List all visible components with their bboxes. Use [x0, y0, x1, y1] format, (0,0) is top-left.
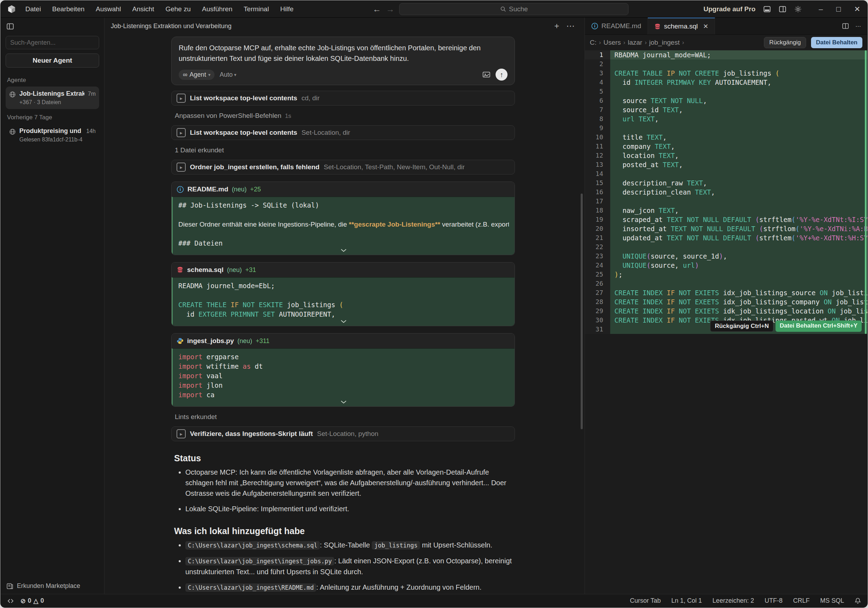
sidebar-section-previous: Vorherige 7 Tage — [7, 114, 98, 121]
agent-item-subtitle: Gelesen 83fa1dcf-211b-4321... — [19, 136, 83, 143]
menu-item-gehe-zu[interactable]: Gehe zu — [161, 4, 195, 14]
diff-card-header[interactable]: ingest_jobs.py (neu) +311 — [172, 333, 515, 348]
diff-card-header[interactable]: schema.sql (neu) +31 — [172, 262, 515, 277]
editor-code-line: 18 naw_jcon TEXT, — [585, 206, 867, 215]
search-placeholder: Suche — [509, 5, 528, 13]
tool-call-row[interactable]: ▸ List workspace top-level contents Set-… — [171, 125, 515, 140]
encoding-status[interactable]: UTF-8 — [764, 597, 783, 605]
menu-item-terminal[interactable]: Terminal — [240, 4, 273, 14]
notifications-bell-icon[interactable] — [855, 597, 861, 604]
tool-call-row[interactable]: ▸ Verifiziere, dass Ingestions-Skript lä… — [171, 427, 515, 441]
menu-item-ausführen[interactable]: Ausführen — [198, 4, 237, 14]
new-agent-button[interactable]: Neuer Agent — [6, 53, 99, 68]
keep-file-button[interactable]: Datei Behalten — [811, 37, 862, 48]
problems-indicator[interactable]: ⊘0 △0 — [20, 597, 44, 605]
terminal-icon: ▸ — [177, 128, 186, 137]
menu-item-datei[interactable]: Datei — [21, 4, 45, 14]
undo-file-button[interactable]: Rückgängig — [764, 37, 806, 48]
send-button[interactable]: ↑ — [496, 68, 507, 81]
diff-card-header[interactable]: README.md (neu) +25 — [172, 182, 515, 197]
chat-more-icon[interactable]: ⋯ — [563, 21, 578, 31]
line-col-status[interactable]: Ln 1, Col 1 — [671, 597, 702, 605]
tool-call-row[interactable]: ▸ List workspace top-level contents cd, … — [171, 91, 515, 105]
expand-chevron-icon[interactable] — [178, 319, 509, 324]
bullet-item: C:\Users\lazar\job_ingest\ingest_jobs.py… — [185, 555, 515, 577]
diff-card-schema: schema.sql (neu) +31 READMA journel_mode… — [171, 262, 515, 326]
editor-code-line: 1RBADMA journal_mode=WAL; — [585, 50, 867, 59]
editor-code-line: 12 location TEXT, — [585, 151, 867, 160]
editor-code-line: 7 source_id TEXT, — [585, 105, 867, 114]
menu-item-ansicht[interactable]: Ansicht — [128, 4, 158, 14]
editor-more-icon[interactable]: ⋯ — [856, 23, 861, 29]
split-editor-icon[interactable] — [842, 23, 849, 29]
menu-item-bearbeiten[interactable]: Bearbeiten — [48, 4, 88, 14]
editor-code-line: 8 url TEXT, — [585, 114, 867, 124]
expand-chevron-icon[interactable] — [178, 248, 509, 253]
tool-call-row[interactable]: ▸ Ordner job_ingest erstellen, falls feh… — [171, 160, 515, 175]
nav-back-icon[interactable]: ← — [372, 5, 381, 13]
remote-indicator-icon[interactable] — [7, 598, 14, 604]
agents-sidebar: Such-Agenten... Neuer Agent Agente Job-L… — [1, 18, 104, 594]
tab-readme[interactable]: README.md — [585, 18, 648, 34]
error-icon: ⊘ — [20, 597, 26, 605]
chat-scrollbar[interactable] — [581, 194, 583, 429]
agent-list-item[interactable]: Produktpreising und -sto... Gelesen 83fa… — [6, 124, 99, 146]
new-chat-icon[interactable]: + — [551, 21, 563, 31]
editor-code-line: 29CREATE INDEX IF NOT EXIETS idk_job_lis… — [585, 307, 867, 316]
split-layout-icon[interactable] — [779, 5, 786, 13]
expand-chevron-icon[interactable] — [178, 400, 509, 405]
agent-item-time: 7m — [88, 91, 96, 97]
editor-code-area[interactable]: 1RBADMA journal_mode=WAL;2 3CREATE TABLE… — [585, 50, 867, 594]
agent-item-subtitle: +367 · 3 Dateien — [19, 99, 84, 105]
window-close-button[interactable]: ✕ — [854, 5, 860, 13]
editor-code-line: 2 — [585, 59, 867, 68]
diff-line: READMA journel_mode=EbL; — [178, 281, 509, 291]
editor-code-line: 9 — [585, 124, 867, 133]
breadcrumb-segment[interactable]: C: — [590, 39, 597, 47]
window-minimize-button[interactable]: – — [819, 5, 823, 13]
tab-schema-active[interactable]: schema.sql ✕ — [648, 18, 715, 34]
eol-status[interactable]: CRLF — [793, 597, 810, 605]
editor-code-line: 22 — [585, 242, 867, 251]
keep-shortcut-pill[interactable]: Datei Behalten Ctrl+Shift+Y — [775, 321, 862, 332]
editor-code-line: 13 posted_at TEXT, — [585, 160, 867, 169]
breadcrumb-segment[interactable]: lazar — [628, 39, 642, 47]
chevron-down-icon: ▾ — [234, 72, 236, 78]
editor-code-line: 24 UNIQUE(source, url) — [585, 261, 867, 270]
indent-status[interactable]: Leerzeichen: 2 — [713, 597, 754, 605]
user-message-card[interactable]: Rufe den Octoparse MCP auf, erhalte echt… — [171, 37, 515, 85]
agent-list-item-active[interactable]: Job-Listenings Extraktion a... +367 · 3 … — [6, 87, 99, 109]
nav-forward-icon[interactable]: → — [386, 5, 394, 13]
menu-item-hilfe[interactable]: Hilfe — [276, 4, 298, 14]
menu-item-auswahl[interactable]: Auswahl — [91, 4, 125, 14]
global-search-input[interactable]: Suche — [399, 3, 628, 15]
editor-code-line: 11 company TEXT, — [585, 142, 867, 151]
sidebar-toggle-icon[interactable] — [6, 23, 99, 30]
editor-scrollbar[interactable] — [865, 50, 866, 334]
agent-item-title: Job-Listenings Extraktion a... — [19, 90, 84, 98]
toggle-panel-icon[interactable] — [763, 5, 771, 13]
diff-line: import ca — [178, 390, 509, 400]
undo-shortcut-pill[interactable]: Rückgängig Ctrl+N — [710, 321, 773, 332]
breadcrumb-segment[interactable]: Users — [603, 39, 621, 47]
explore-marketplace-link[interactable]: Erkunden Marketplace — [6, 582, 80, 590]
breadcrumb-segment[interactable]: job_ingest — [649, 39, 680, 47]
diff-card-python: ingest_jobs.py (neu) +311 import ergpars… — [171, 333, 515, 407]
tab-close-icon[interactable]: ✕ — [703, 23, 708, 30]
agent-chat-panel: Job-Listenings Extraktion und Verarbeitu… — [104, 18, 585, 594]
diff-added-block: READMA journel_mode=EbL; CREATE THELE IF… — [172, 277, 515, 326]
diff-line — [178, 291, 509, 300]
language-status[interactable]: MS SQL — [820, 597, 844, 605]
cursor-logo-icon — [7, 5, 16, 14]
cursor-tab-status[interactable]: Cursor Tab — [630, 597, 661, 605]
attach-image-icon[interactable] — [482, 70, 491, 79]
python-icon — [177, 337, 184, 344]
settings-gear-icon[interactable] — [794, 5, 802, 13]
agent-mode-selector[interactable]: ∞Agent▾ — [179, 70, 214, 80]
agent-search-input[interactable]: Such-Agenten... — [6, 36, 99, 49]
model-selector[interactable]: Auto▾ — [220, 71, 236, 79]
editor-code-line: 17 — [585, 197, 867, 206]
chat-scroll-area[interactable]: Rufe den Octoparse MCP auf, erhalte echt… — [104, 35, 584, 594]
upgrade-pro-button[interactable]: Upgrade auf Pro — [704, 5, 755, 13]
window-maximize-button[interactable]: □ — [836, 5, 841, 13]
